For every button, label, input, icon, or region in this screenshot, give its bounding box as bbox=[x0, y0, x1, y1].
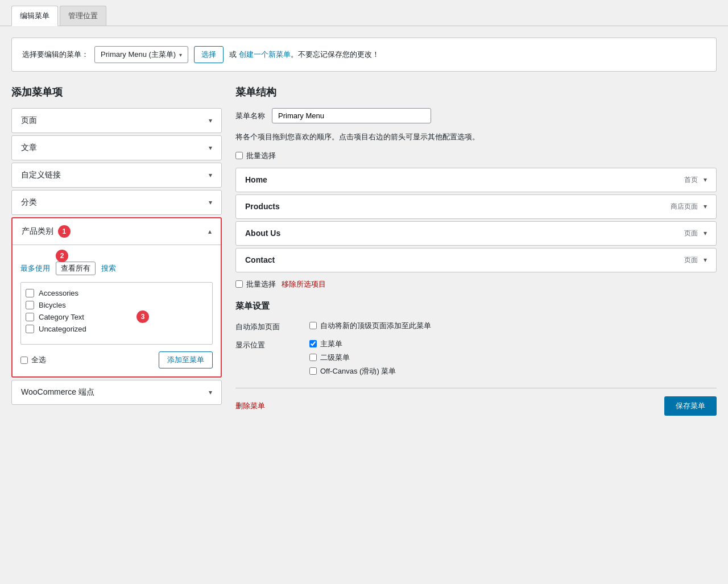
bulk-select-bottom-checkbox[interactable] bbox=[235, 280, 243, 288]
bulk-select-top-checkbox[interactable] bbox=[235, 152, 243, 159]
badge-2: 2 bbox=[56, 250, 68, 262]
menu-item-products-type: 商店页面 bbox=[671, 202, 698, 212]
category-checkbox-uncategorized[interactable] bbox=[26, 325, 34, 333]
accordion-custom-links-label: 自定义链接 bbox=[21, 170, 61, 180]
category-item-accessories: Accessories bbox=[26, 287, 208, 299]
category-checkbox-category-text[interactable] bbox=[26, 313, 34, 321]
menu-name-input[interactable] bbox=[272, 108, 431, 123]
category-label-uncategorized: Uncategorized bbox=[39, 325, 86, 333]
accordion-pages: 页面 ▾ bbox=[11, 108, 222, 133]
accordion-product-categories-footer: 全选 添加至菜单 bbox=[20, 351, 213, 368]
display-location-label: 显示位置 bbox=[235, 339, 298, 350]
bulk-select-top: 批量选择 bbox=[235, 151, 717, 161]
menu-item-products-name: Products bbox=[245, 202, 280, 211]
accordion-product-categories-header[interactable]: 产品类别 1 ▴ bbox=[13, 218, 221, 245]
bulk-select-bottom: 批量选择 移除所选项目 bbox=[235, 279, 717, 289]
accordion-custom-links-header[interactable]: 自定义链接 ▾ bbox=[12, 163, 221, 187]
menu-item-about-us-chevron-icon[interactable]: ▾ bbox=[704, 229, 707, 237]
instruction-text: 将各个项目拖到您喜欢的顺序。点击项目右边的箭头可显示其他配置选项。 bbox=[235, 131, 717, 143]
tab-manage-locations[interactable]: 管理位置 bbox=[60, 6, 106, 26]
bulk-select-bottom-label[interactable]: 批量选择 bbox=[235, 279, 276, 289]
create-menu-hint: 或 创建一个新菜单。不要忘记保存您的更改！ bbox=[229, 49, 379, 60]
inner-tab-most-used[interactable]: 最多使用 bbox=[20, 262, 50, 275]
accordion-posts-header[interactable]: 文章 ▾ bbox=[12, 136, 221, 160]
menu-structure-title: 菜单结构 bbox=[235, 85, 717, 99]
menu-item-home-name: Home bbox=[245, 175, 267, 184]
add-menu-items-title: 添加菜单项 bbox=[11, 85, 222, 99]
auto-add-checkbox[interactable] bbox=[309, 322, 317, 329]
accordion-posts-chevron-icon: ▾ bbox=[209, 144, 212, 152]
category-list: Accessories Bicycles Category Text bbox=[20, 282, 213, 345]
accordion-woocommerce: WooCommerce 端点 ▾ bbox=[11, 380, 222, 405]
inner-tab-search[interactable]: 搜索 bbox=[101, 262, 116, 275]
menu-settings: 菜单设置 自动添加页面 自动将新的顶级页面添加至此菜单 显示位置 bbox=[235, 301, 717, 376]
display-location-options: 主菜单 二级菜单 Off-Canvas (滑动) 菜单 bbox=[309, 339, 396, 376]
accordion-woocommerce-header[interactable]: WooCommerce 端点 ▾ bbox=[12, 380, 221, 404]
select-menu-label: 选择要编辑的菜单： bbox=[22, 49, 89, 60]
inner-tab-view-all[interactable]: 查看所有 bbox=[56, 262, 96, 275]
menu-item-products-chevron-icon[interactable]: ▾ bbox=[704, 202, 707, 210]
menu-item-contact-chevron-icon[interactable]: ▾ bbox=[704, 256, 707, 264]
category-checkbox-accessories[interactable] bbox=[26, 289, 34, 297]
select-menu-button[interactable]: 选择 bbox=[194, 46, 224, 63]
accordion-woocommerce-chevron-icon: ▾ bbox=[209, 388, 212, 396]
category-item-uncategorized: Uncategorized bbox=[26, 323, 208, 335]
category-checkbox-bicycles[interactable] bbox=[26, 301, 34, 309]
menu-item-home-type: 首页 bbox=[684, 175, 698, 185]
accordion-categories-header[interactable]: 分类 ▾ bbox=[12, 190, 221, 214]
menu-settings-title: 菜单设置 bbox=[235, 301, 717, 312]
tabs-bar: 编辑菜单 管理位置 bbox=[0, 0, 728, 26]
remove-selected-link[interactable]: 移除所选项目 bbox=[282, 279, 326, 289]
select-all-label[interactable]: 全选 bbox=[20, 355, 46, 365]
menu-item-contact-name: Contact bbox=[245, 255, 275, 264]
display-location-secondary[interactable]: 二级菜单 bbox=[309, 353, 396, 363]
display-location-primary[interactable]: 主菜单 bbox=[309, 339, 396, 349]
category-label-category-text: Category Text bbox=[39, 313, 84, 321]
accordion-product-categories-chevron-icon: ▴ bbox=[208, 227, 212, 235]
select-all-checkbox[interactable] bbox=[20, 357, 28, 364]
display-location-row: 显示位置 主菜单 二级菜单 bbox=[235, 339, 717, 376]
menu-name-row: 菜单名称 bbox=[235, 108, 717, 123]
menu-dropdown[interactable]: Primary Menu (主菜单) ▾ bbox=[94, 46, 188, 63]
create-menu-link[interactable]: 创建一个新菜单 bbox=[239, 50, 291, 59]
delete-menu-link[interactable]: 删除菜单 bbox=[235, 401, 265, 411]
badge-3: 3 bbox=[136, 310, 149, 323]
menu-item-about-us-right: 页面 ▾ bbox=[684, 229, 707, 238]
category-item-bicycles: Bicycles bbox=[26, 299, 208, 311]
badge-1: 1 bbox=[58, 225, 71, 238]
bulk-select-top-label[interactable]: 批量选择 bbox=[235, 151, 276, 161]
accordion-categories-label: 分类 bbox=[21, 197, 37, 208]
menu-item-home[interactable]: Home 首页 ▾ bbox=[235, 168, 717, 192]
left-column: 添加菜单项 页面 ▾ 文章 ▾ bbox=[11, 85, 222, 407]
display-location-secondary-checkbox[interactable] bbox=[309, 354, 317, 361]
accordion-product-categories-label: 产品类别 1 bbox=[22, 225, 71, 238]
display-location-off-canvas[interactable]: Off-Canvas (滑动) 菜单 bbox=[309, 366, 396, 376]
menu-dropdown-value: Primary Menu (主菜单) bbox=[101, 49, 176, 60]
menu-item-contact[interactable]: Contact 页面 ▾ bbox=[235, 248, 717, 272]
accordion-woocommerce-label: WooCommerce 端点 bbox=[21, 387, 94, 397]
tab-edit-menu[interactable]: 编辑菜单 bbox=[11, 6, 58, 26]
display-location-off-canvas-checkbox[interactable] bbox=[309, 367, 317, 375]
accordion-product-categories-body: 2 最多使用 查看所有 搜索 Accessor bbox=[13, 245, 221, 376]
accordion-custom-links: 自定义链接 ▾ bbox=[11, 163, 222, 188]
menu-item-products[interactable]: Products 商店页面 ▾ bbox=[235, 194, 717, 219]
menu-item-contact-right: 页面 ▾ bbox=[684, 255, 707, 265]
accordion-categories-chevron-icon: ▾ bbox=[209, 198, 212, 206]
right-column: 菜单结构 菜单名称 将各个项目拖到您喜欢的顺序。点击项目右边的箭头可显示其他配置… bbox=[235, 85, 717, 416]
save-menu-button[interactable]: 保存菜单 bbox=[664, 396, 717, 416]
category-label-bicycles: Bicycles bbox=[39, 301, 66, 309]
display-location-primary-checkbox[interactable] bbox=[309, 340, 317, 347]
auto-add-option-label[interactable]: 自动将新的顶级页面添加至此菜单 bbox=[309, 321, 431, 331]
menu-name-label: 菜单名称 bbox=[235, 111, 265, 121]
menu-item-home-chevron-icon[interactable]: ▾ bbox=[704, 176, 707, 184]
auto-add-label: 自动添加页面 bbox=[235, 321, 298, 332]
accordion-posts-label: 文章 bbox=[21, 143, 37, 153]
select-menu-bar: 选择要编辑的菜单： Primary Menu (主菜单) ▾ 选择 或 创建一个… bbox=[11, 38, 717, 72]
add-to-menu-button[interactable]: 添加至菜单 bbox=[159, 351, 213, 368]
accordion-pages-header[interactable]: 页面 ▾ bbox=[12, 109, 221, 132]
accordion-pages-chevron-icon: ▾ bbox=[209, 117, 212, 125]
menu-item-about-us-name: About Us bbox=[245, 229, 280, 238]
accordion-categories: 分类 ▾ bbox=[11, 190, 222, 215]
category-item-category-text: Category Text bbox=[26, 311, 208, 323]
menu-item-about-us[interactable]: About Us 页面 ▾ bbox=[235, 221, 717, 246]
